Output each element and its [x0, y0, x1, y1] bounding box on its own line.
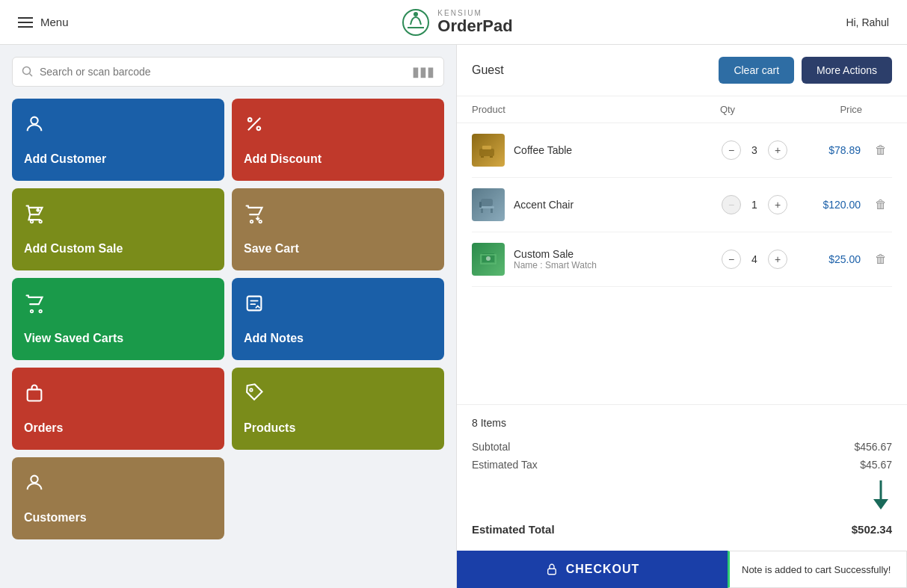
svg-point-3: [23, 67, 31, 75]
product-image: [472, 243, 505, 276]
col-price-header: Price: [772, 104, 862, 115]
total-label: Estimated Total: [472, 523, 555, 536]
cart-items-list: Coffee Table − 3 + $78.89 🗑 Accent Chair: [457, 123, 907, 404]
qty-increase-button[interactable]: +: [768, 250, 787, 269]
svg-line-8: [248, 118, 260, 130]
svg-line-4: [30, 74, 33, 77]
qty-decrease-button[interactable]: −: [722, 195, 741, 214]
tile-view-saved-carts[interactable]: View Saved Carts: [12, 278, 224, 360]
qty-decrease-button[interactable]: −: [722, 250, 741, 269]
tax-row: Estimated Tax $45.67: [472, 456, 892, 474]
menu-label: Menu: [40, 16, 69, 28]
tax-label: Estimated Tax: [472, 459, 538, 471]
svg-rect-32: [547, 569, 556, 575]
product-name: Coffee Table: [514, 144, 708, 156]
cart-view-icon: [24, 293, 212, 319]
tile-save-cart[interactable]: Save Cart: [232, 188, 444, 270]
checkout-button[interactable]: CHECKOUT: [457, 551, 728, 588]
tax-value: $45.67: [860, 459, 892, 471]
user-greeting: Hi, Rahul: [846, 16, 889, 28]
svg-rect-28: [491, 208, 493, 213]
svg-point-30: [486, 256, 491, 261]
tile-products[interactable]: Products: [232, 368, 444, 450]
svg-point-13: [250, 220, 253, 223]
svg-point-7: [257, 127, 261, 131]
svg-point-16: [39, 310, 42, 313]
customers-icon: [24, 472, 212, 498]
tag-icon: [244, 383, 432, 409]
tile-orders-label: Orders: [24, 421, 212, 435]
tile-view-saved-carts-label: View Saved Carts: [24, 332, 212, 345]
tile-add-discount[interactable]: Add Discount: [232, 99, 444, 181]
item-price: $25.00: [801, 253, 861, 265]
svg-point-5: [31, 117, 37, 124]
product-image: [472, 188, 505, 221]
svg-point-14: [259, 220, 262, 223]
svg-point-6: [248, 118, 252, 122]
total-value: $502.34: [852, 523, 892, 536]
tile-add-customer[interactable]: Add Customer: [12, 99, 224, 181]
subtotal-row: Subtotal $456.67: [472, 438, 892, 456]
total-row: Estimated Total $502.34: [472, 520, 892, 539]
svg-point-15: [31, 310, 34, 313]
tile-products-label: Products: [244, 421, 432, 435]
person-icon: [24, 114, 212, 140]
svg-rect-22: [482, 146, 491, 149]
svg-point-10: [39, 220, 42, 223]
table-row: Accent Chair − 1 + $120.00 🗑: [472, 178, 892, 232]
subtotal-value: $456.67: [854, 441, 892, 453]
search-icon: [22, 66, 34, 78]
svg-point-19: [250, 389, 253, 392]
menu-button[interactable]: Menu: [18, 16, 69, 28]
tile-customers[interactable]: Customers: [12, 457, 224, 539]
product-name: Accent Chair: [514, 199, 708, 211]
header: Menu KENSIUM OrderPad Hi, Rahul: [0, 0, 907, 45]
product-name: Custom Sale Name : Smart Watch: [514, 248, 708, 270]
qty-increase-button[interactable]: +: [768, 195, 787, 214]
action-grid: Add Customer Add Discount Add Custom Sal…: [12, 99, 444, 539]
barcode-icon: ▮▮▮: [412, 64, 434, 80]
qty-value: 4: [745, 253, 763, 265]
search-input[interactable]: [40, 66, 406, 78]
cart-footer: 8 Items Subtotal $456.67 Estimated Tax $…: [457, 404, 907, 551]
table-row: Coffee Table − 3 + $78.89 🗑: [472, 123, 892, 178]
toast-message: Note is added to cart Successfully!: [742, 564, 891, 575]
delete-item-button[interactable]: 🗑: [870, 143, 892, 157]
svg-rect-29: [479, 202, 482, 208]
tile-add-notes-label: Add Notes: [244, 332, 432, 345]
svg-point-20: [31, 476, 37, 483]
more-actions-button[interactable]: More Actions: [802, 57, 892, 84]
qty-control: − 4 +: [717, 250, 792, 269]
item-price: $120.00: [801, 199, 861, 211]
qty-value: 1: [745, 199, 763, 211]
clear-cart-button[interactable]: Clear cart: [719, 57, 794, 84]
main-layout: ▮▮▮ Add Customer Add Discount: [0, 45, 907, 588]
tile-customers-label: Customers: [24, 511, 212, 524]
tile-add-custom-sale[interactable]: Add Custom Sale: [12, 188, 224, 270]
down-arrow-icon: [870, 477, 892, 514]
cart-plus-icon: [24, 203, 212, 229]
tile-add-notes[interactable]: Add Notes: [232, 278, 444, 360]
tile-orders[interactable]: Orders: [12, 368, 224, 450]
svg-rect-21: [479, 149, 494, 156]
svg-rect-27: [481, 208, 483, 213]
delete-item-button[interactable]: 🗑: [870, 198, 892, 211]
search-bar[interactable]: ▮▮▮: [12, 57, 444, 87]
qty-increase-button[interactable]: +: [768, 140, 787, 160]
svg-rect-18: [28, 389, 42, 400]
logo-icon: [402, 8, 430, 37]
brand-orderpad: OrderPad: [437, 17, 512, 35]
right-panel: Guest Clear cart More Actions Product Qt…: [456, 45, 907, 588]
svg-rect-23: [481, 156, 484, 158]
checkout-label: CHECKOUT: [566, 563, 640, 576]
tile-add-custom-sale-label: Add Custom Sale: [24, 242, 212, 256]
cart-customer-label: Guest: [472, 64, 504, 77]
svg-point-2: [413, 12, 418, 16]
cart-table-header: Product Qty Price: [457, 96, 907, 123]
delete-item-button[interactable]: 🗑: [870, 253, 892, 266]
percent-icon: [244, 114, 432, 140]
cart-save-icon: [244, 203, 432, 229]
qty-decrease-button[interactable]: −: [722, 140, 741, 160]
tile-add-customer-label: Add Customer: [24, 152, 212, 166]
cart-actions: Clear cart More Actions: [719, 57, 892, 84]
